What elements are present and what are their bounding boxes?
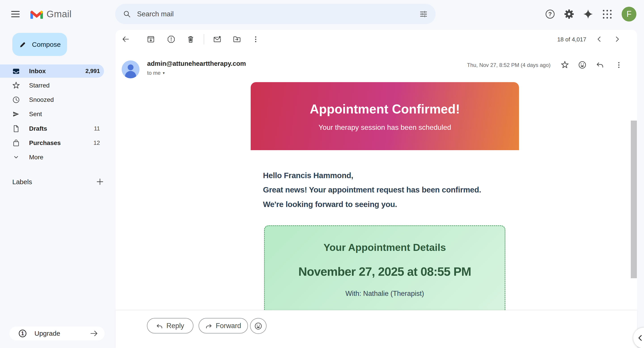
google-one-icon: 1 [19,330,26,337]
reply-arrow-icon [156,322,163,329]
chevron-left-icon [637,334,643,341]
kebab-menu-icon [252,35,260,44]
newer-email-button[interactable] [595,35,604,44]
pagination-counter: 18 of 4,017 [557,36,586,43]
reply-button[interactable]: Reply [147,318,194,333]
gmail-logo: Gmail [30,7,72,22]
apps-grid-icon [603,10,612,19]
emoji-reaction-button[interactable] [577,60,587,70]
chevron-right-icon [614,36,620,43]
trash-icon [186,35,195,44]
forward-button[interactable]: Forward [198,318,248,333]
purchases-count: 12 [94,139,100,146]
labels-header: Labels [12,178,32,186]
arrow-right-icon [90,329,98,338]
send-icon [12,110,20,118]
gmail-logo-text: Gmail [46,9,72,20]
caret-down-icon: ▾ [163,71,165,75]
scrollbar-thumb[interactable] [631,121,637,278]
google-apps-button[interactable] [601,8,613,20]
report-spam-icon [167,35,175,44]
sidebar-item-starred[interactable]: Starred [0,79,104,92]
forward-arrow-icon [206,322,212,329]
smiley-icon [578,61,586,69]
greeting-line: We're looking forward to seeing you. [263,200,554,209]
star-icon [561,61,569,69]
sidebar-item-purchases[interactable]: Purchases 12 [0,136,104,150]
clock-icon [12,96,20,104]
compose-button[interactable]: Compose [12,33,67,56]
search-bar[interactable] [115,4,436,24]
older-email-button[interactable] [613,35,622,44]
appointment-details-title: Your Appointment Details [264,242,505,253]
move-to-button[interactable] [232,34,242,44]
help-button[interactable]: ? [544,8,556,20]
account-avatar[interactable]: F [622,7,636,22]
shopping-bag-icon [12,139,20,147]
toolbar-divider [204,34,204,44]
appointment-datetime: November 27, 2025 at 08:55 PM [264,264,505,278]
chevron-left-icon [596,36,603,43]
create-label-button[interactable] [96,177,104,186]
report-spam-button[interactable] [166,34,176,44]
plus-icon [96,178,104,186]
recipient-details-toggle[interactable]: to me ▾ [147,70,165,76]
sender-avatar[interactable] [122,61,140,78]
sidebar-item-drafts[interactable]: Drafts 11 [0,122,104,135]
star-icon [12,82,20,89]
upgrade-button[interactable]: 1 Upgrade [10,326,105,340]
mark-unread-icon [213,35,222,44]
draft-icon [12,125,20,133]
star-email-button[interactable] [560,60,570,70]
inbox-count: 2,991 [86,68,100,75]
sparkle-icon [583,9,593,19]
message-more-button[interactable] [614,60,624,70]
pencil-icon [19,41,26,48]
main-menu-button[interactable] [11,9,21,19]
inbox-icon [12,67,20,75]
settings-button[interactable] [563,8,575,20]
sidebar-item-sent[interactable]: Sent [0,107,104,121]
sender-email[interactable]: admin@attunehearttherapy.com [147,60,246,67]
banner-title: Appointment Confirmed! [251,102,519,116]
sidebar-item-snoozed[interactable]: Snoozed [0,93,104,106]
greeting-line: Great news! Your appointment request has… [263,185,554,194]
archive-button[interactable] [146,34,156,44]
help-icon: ? [546,10,554,19]
drafts-count: 11 [94,125,100,132]
move-to-folder-icon [233,35,241,44]
more-options-button[interactable] [251,34,260,44]
gear-icon [564,9,574,19]
person-icon [122,61,140,78]
back-button[interactable] [121,34,130,44]
gemini-button[interactable] [582,8,594,20]
add-reaction-button[interactable] [250,318,266,334]
archive-icon [147,35,155,44]
search-filters-icon[interactable] [420,10,428,18]
gmail-m-icon [30,10,43,19]
greeting-line: Hello Francis Hammond, [263,171,554,180]
reply-icon-button[interactable] [595,60,605,70]
mark-unread-button[interactable] [212,34,222,44]
sidebar-item-inbox[interactable]: Inbox 2,991 [0,65,104,78]
chevron-down-icon [12,154,20,161]
sidebar-item-more[interactable]: More [0,151,104,164]
back-arrow-icon [122,35,130,44]
smiley-icon [254,322,262,330]
search-icon [123,10,131,18]
gmail-app: Gmail ? [0,0,644,348]
kebab-menu-icon [615,61,623,69]
delete-button[interactable] [186,34,196,44]
email-date: Thu, Nov 27, 8:52 PM (4 days ago) [467,62,550,68]
banner-subtitle: Your therapy session has been scheduled [251,123,519,132]
message-actions-bar [116,310,637,348]
reply-arrow-icon [596,61,604,69]
search-input[interactable] [137,10,420,18]
appointment-therapist: With: Nathalie (Therapist) [264,290,505,298]
